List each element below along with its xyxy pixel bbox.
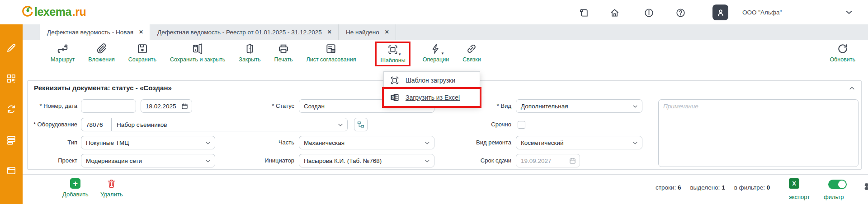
print-button[interactable]: Печать xyxy=(274,43,293,63)
tab-close-icon[interactable]: ✕ xyxy=(385,29,389,35)
chevron-down-icon xyxy=(205,140,211,146)
chevron-down-icon xyxy=(337,122,344,128)
toolbar-button-label: Сохранить и закрыть xyxy=(170,56,225,63)
excel-icon: X xyxy=(390,93,400,102)
paperclip-icon xyxy=(96,43,108,55)
rows-counter: строки: 6 xyxy=(656,184,681,191)
sidebar-print-queue-icon[interactable] xyxy=(6,134,17,145)
scroll-icon[interactable] xyxy=(579,8,589,18)
tab-defect-statement-registry[interactable]: Дефектная ведомость - Реестр от 01.01.20… xyxy=(150,24,339,40)
initiator-label: Инициатор xyxy=(222,154,294,167)
home-icon[interactable] xyxy=(609,8,620,18)
add-button-label: Добавить xyxy=(62,191,88,198)
exit-door-icon xyxy=(244,43,255,55)
menu-item-load-from-excel[interactable]: X Загрузить из Excel xyxy=(384,89,480,106)
filtered-counter: в фильтре: 0 xyxy=(734,184,770,191)
collapse-chevron-icon[interactable] xyxy=(849,85,855,92)
lexema-logo[interactable]: lexema.ru xyxy=(21,5,86,19)
approval-sheet-icon xyxy=(325,43,337,55)
route-button[interactable]: Маршрут xyxy=(51,43,75,63)
dropdown-caret-icon: ▼ xyxy=(398,52,401,56)
urgent-checkbox[interactable] xyxy=(518,121,525,129)
attachments-button[interactable]: Вложения xyxy=(88,43,115,63)
menu-item-label: Загрузить из Excel xyxy=(406,94,460,101)
save-button[interactable]: Сохранить xyxy=(128,43,156,63)
chevron-down-icon xyxy=(632,103,638,110)
approval-sheet-button[interactable]: Лист согласования xyxy=(306,43,356,63)
toolbar-button-label: Печать xyxy=(274,56,293,63)
project-select[interactable]: Модернизация сети xyxy=(81,154,215,167)
info-icon[interactable] xyxy=(644,8,654,18)
template-icon: ▼ xyxy=(387,44,399,56)
tab-close-icon[interactable]: ✕ xyxy=(327,29,332,35)
templates-dropdown-menu: Шаблон загрузки X Загрузить из Excel xyxy=(383,71,480,107)
template-icon xyxy=(390,75,400,85)
part-label: Часть xyxy=(222,136,294,149)
links-button[interactable]: Связки xyxy=(462,43,481,63)
trash-icon xyxy=(106,178,117,189)
menu-item-label: Шаблон загрузки xyxy=(406,77,455,84)
tree-select-button[interactable] xyxy=(354,118,368,131)
menu-item-template-load[interactable]: Шаблон загрузки xyxy=(384,72,480,89)
number-input[interactable] xyxy=(81,99,136,113)
excel-export-button[interactable]: X xyxy=(789,178,799,189)
grid-counters: строки: 6 выделено: 1 в фильтре: 0 xyxy=(656,184,770,191)
plus-icon: + xyxy=(70,178,80,189)
close-button[interactable]: Закрыть xyxy=(239,43,260,63)
user-avatar[interactable] xyxy=(712,5,728,20)
type-select[interactable]: Покупные ТМЦ xyxy=(81,136,215,149)
toolbar-button-label: Связки xyxy=(462,56,481,63)
equipment-label: * Оборудование xyxy=(28,118,77,131)
equipment-code-input[interactable]: 78076 xyxy=(81,118,112,131)
toolbar-button-label: Закрыть xyxy=(239,56,260,63)
chevron-down-icon xyxy=(205,158,211,164)
save-and-close-button[interactable]: Сохранить и закрыть xyxy=(170,43,225,63)
delete-row-button[interactable]: Удалить xyxy=(100,178,123,198)
equipment-name-select[interactable]: Набор съемников xyxy=(112,118,348,131)
add-row-button[interactable]: + Добавить xyxy=(62,178,88,198)
delete-button-label: Удалить xyxy=(100,191,123,198)
project-label: Проект xyxy=(28,154,77,167)
toolbar-button-label: Операции xyxy=(423,56,449,63)
toolbar-button-label: Сохранить xyxy=(128,56,156,63)
tree-icon xyxy=(357,121,365,129)
gear-icon[interactable] xyxy=(863,181,868,193)
type-label: Тип xyxy=(28,136,77,149)
annotation-box-templates: ▼ Шаблоны xyxy=(375,42,410,66)
filter-toggle[interactable] xyxy=(828,180,847,189)
note-textarea[interactable] xyxy=(658,99,859,167)
help-icon[interactable] xyxy=(675,8,686,18)
sidebar xyxy=(0,24,23,204)
account-chevron-down-icon[interactable] xyxy=(844,8,854,17)
deadline-date-input[interactable]: 19.09.2027 xyxy=(516,154,580,167)
calendar-icon[interactable] xyxy=(181,102,189,110)
route-icon xyxy=(57,43,69,55)
tab-label: Дефектная ведомость - Реестр от 01.01.20… xyxy=(157,29,322,36)
company-name: ООО "Альфа" xyxy=(742,9,782,16)
tab-defect-statement-new[interactable]: Дефектная ведомость - Новая ✕ xyxy=(40,24,150,40)
selected-counter: выделено: 1 xyxy=(690,184,725,191)
templates-button[interactable]: ▼ Шаблоны xyxy=(380,44,405,64)
grid-toolbar: + Добавить Удалить строки: 6 выделено: 1… xyxy=(23,174,868,204)
operations-button[interactable]: ▼ Операции xyxy=(423,43,449,63)
part-select[interactable]: Механическая xyxy=(299,136,434,149)
sidebar-sync-icon[interactable] xyxy=(6,104,17,115)
tab-close-icon[interactable]: ✕ xyxy=(139,29,143,35)
sidebar-pencil-icon[interactable] xyxy=(6,42,17,53)
tab-label: Дефектная ведомость - Новая xyxy=(47,29,133,36)
save-and-close-icon xyxy=(192,43,203,55)
toggle-knob xyxy=(838,181,846,188)
toolbar-button-label: Шаблоны xyxy=(380,57,405,64)
sidebar-window-icon[interactable] xyxy=(6,165,17,176)
repair-kind-select[interactable]: Косметический xyxy=(516,136,642,149)
initiator-select[interactable]: Насырова К.И. (Таб. №768) xyxy=(299,154,434,167)
refresh-button[interactable]: Обновить xyxy=(830,43,855,63)
dropdown-caret-icon: ▼ xyxy=(441,51,444,56)
printer-icon xyxy=(278,43,289,55)
doc-kind-select[interactable]: Дополнительная xyxy=(516,99,642,113)
tab-not-found[interactable]: Не найдено ✕ xyxy=(339,24,396,40)
excel-export-label: экспорт xyxy=(789,194,810,200)
logo-text-orange: .ru xyxy=(72,5,86,19)
date-input[interactable]: 18.02.2025 xyxy=(141,99,192,113)
sidebar-qr-code-icon[interactable] xyxy=(6,73,17,84)
